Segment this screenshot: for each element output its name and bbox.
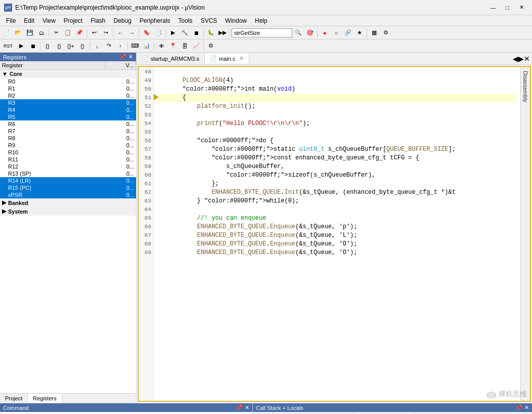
tb-save[interactable]: 💾 (24, 27, 35, 38)
menu-item-debug[interactable]: Debug (110, 16, 136, 25)
reg-item-r4[interactable]: R40... (0, 106, 136, 113)
cs-close[interactable]: ✕ (524, 404, 529, 411)
menu-item-help[interactable]: Help (251, 16, 272, 25)
reg-group-header-system[interactable]: ▶System (0, 207, 136, 216)
tb2-b4[interactable]: {} (77, 40, 88, 52)
code-line-48 (158, 68, 516, 76)
tb-link[interactable]: 🔗 (342, 27, 353, 38)
menu-item-project[interactable]: Project (60, 16, 86, 25)
code-line-68: ENHANCED_BYTE_QUEUE.Enqueue(&s_tQueue, '… (158, 240, 516, 249)
tb2-b1[interactable]: {} (42, 40, 53, 52)
tb-open[interactable]: 📂 (13, 27, 24, 38)
tb-new[interactable]: 📄 (1, 27, 12, 38)
menu-item-file[interactable]: File (2, 16, 20, 25)
reg-item-r7[interactable]: R70... (0, 128, 136, 135)
sep2 (86, 28, 87, 37)
left-tab-registers[interactable]: Registers (28, 394, 62, 403)
reg-item-r15-pc[interactable]: R15 (PC)0... (0, 184, 136, 191)
tb2-locals[interactable]: 📍 (167, 40, 179, 52)
reg-item-r0[interactable]: R00... (0, 78, 136, 85)
code-content[interactable]: PLOOC_ALIGN(4) "color:#0000ff;">int main… (154, 67, 520, 258)
tb2-ext[interactable]: ⚙ (205, 40, 216, 52)
editor-close-btn[interactable]: ✕ (524, 55, 530, 63)
tb2-perf[interactable]: 📈 (191, 40, 202, 52)
editor-nav-left[interactable]: ◀ (513, 55, 518, 63)
cs-pin[interactable]: 📌 (515, 404, 522, 411)
tb-target[interactable]: 🎯 (304, 27, 316, 38)
tb-red[interactable]: ● (319, 27, 330, 38)
tb-stop[interactable]: ⏹ (191, 27, 202, 38)
menu-item-peripherals[interactable]: Peripherals (136, 16, 174, 25)
tb-nav-fwd[interactable]: → (126, 27, 138, 38)
reg-item-r1[interactable]: R10... (0, 85, 136, 92)
tb2-step-into[interactable]: ↓ (92, 40, 103, 52)
tb2-step-over[interactable]: ↷ (103, 40, 114, 52)
tb2-run2[interactable]: ▶ (16, 40, 27, 52)
tb2-trace[interactable]: 📊 (141, 40, 152, 52)
tb-run[interactable]: ▶▶ (217, 27, 228, 38)
editor-nav-right[interactable]: ▶ (518, 55, 524, 63)
reg-item-r12[interactable]: R120... (0, 163, 136, 170)
code-line-65: //! you can enqueue (158, 214, 516, 223)
reg-group-header-banked[interactable]: ▶Banked (0, 198, 136, 207)
reg-item-xpsr[interactable]: xPSR0... (0, 191, 136, 198)
registers-close[interactable]: ✕ (128, 54, 133, 60)
tb2-step-out[interactable]: ↑ (115, 40, 126, 52)
close-icon[interactable]: ✕ (239, 55, 244, 62)
reg-item-r11[interactable]: R110... (0, 156, 136, 163)
search-button[interactable]: 🔍 (293, 27, 304, 38)
menu-item-window[interactable]: Window (221, 16, 251, 25)
editor-tab-startup_armcm3-s[interactable]: 📄startup_ARMCM3.s (137, 54, 205, 63)
core-group-header[interactable]: ▼ Core (0, 70, 136, 78)
menu-item-tools[interactable]: Tools (174, 16, 197, 25)
menu-item-view[interactable]: View (38, 16, 60, 25)
close-button[interactable]: ✕ (515, 3, 528, 13)
tb-star[interactable]: ★ (354, 27, 365, 38)
menu-item-flash[interactable]: Flash (86, 16, 109, 25)
window-controls: — □ ✕ (486, 3, 528, 13)
minimize-button[interactable]: — (486, 3, 500, 13)
reg-item-r8[interactable]: R80... (0, 135, 136, 142)
tb-settings[interactable]: ⚙ (380, 27, 391, 38)
register-list: ▼ Core R00...R10...R20...R30...R40...R50… (0, 70, 136, 393)
tb-paste[interactable]: 📌 (74, 27, 85, 38)
tb-nav-back[interactable]: ← (115, 27, 126, 38)
disassembly-tab[interactable]: Disassembly (520, 67, 530, 401)
tb-circle[interactable]: ○ (331, 27, 342, 38)
left-tab-project[interactable]: Project (0, 394, 28, 403)
tb2-reset[interactable]: RST (1, 40, 15, 52)
tb2-stop2[interactable]: ⏹ (27, 40, 38, 52)
reg-item-r2[interactable]: R20... (0, 92, 136, 99)
tb-grid[interactable]: ▦ (369, 27, 380, 38)
reg-item-r10[interactable]: R100... (0, 149, 136, 156)
maximize-button[interactable]: □ (501, 3, 514, 13)
registers-pin[interactable]: 📌 (119, 54, 126, 60)
cmd-pin[interactable]: 📌 (236, 404, 243, 411)
tb2-watch[interactable]: 👁 (156, 40, 167, 52)
tb-rebuild[interactable]: 🔨 (179, 27, 190, 38)
menu-item-edit[interactable]: Edit (20, 16, 38, 25)
tb-bookmarks[interactable]: 📑 (153, 27, 164, 38)
reg-item-r14-lr[interactable]: R14 (LR)0... (0, 177, 136, 184)
tb-redo[interactable]: ↪ (100, 27, 111, 38)
tb2-disasm2[interactable]: ⌨ (129, 40, 141, 52)
reg-item-r3[interactable]: R30... (0, 99, 136, 106)
reg-item-r13-sp[interactable]: R13 (SP)0... (0, 170, 136, 177)
editor-tab-main-c[interactable]: 📄main.c✕ (205, 54, 249, 63)
cmd-close[interactable]: ✕ (245, 404, 249, 411)
menu-item-svcs[interactable]: SVCS (197, 16, 221, 25)
tb2-b2[interactable]: {} (54, 40, 65, 52)
tb-debug[interactable]: 🐛 (205, 27, 216, 38)
tb-copy[interactable]: 📋 (62, 27, 73, 38)
reg-item-r5[interactable]: R50... (0, 113, 136, 120)
tb-bookmark[interactable]: 🔖 (141, 27, 152, 38)
reg-item-r6[interactable]: R60... (0, 120, 136, 128)
tb2-b3[interactable]: {}+ (65, 40, 76, 52)
tb-undo[interactable]: ↩ (88, 27, 100, 38)
tb2-mem[interactable]: 🗄 (179, 40, 190, 52)
tb-save-all[interactable]: 🗂 (36, 27, 47, 38)
reg-item-r9[interactable]: R90... (0, 142, 136, 149)
tb-cut[interactable]: ✂ (51, 27, 62, 38)
tb-build[interactable]: ▶ (167, 27, 179, 38)
search-input[interactable] (232, 28, 292, 37)
